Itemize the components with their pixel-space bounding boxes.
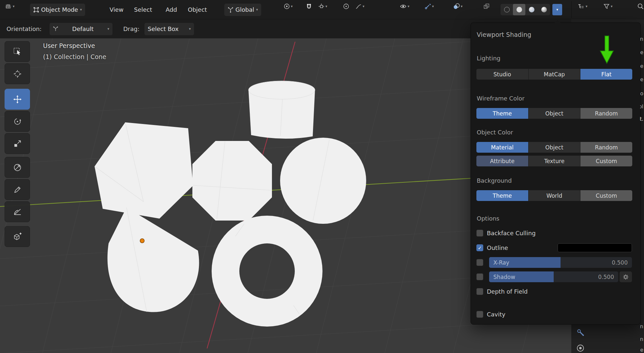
wireframe-theme-button[interactable]: Theme <box>476 108 528 119</box>
chevron-down-icon: ▾ <box>256 8 258 11</box>
color-random-button[interactable]: Random <box>580 142 632 153</box>
outline-color-swatch[interactable] <box>558 243 632 252</box>
wireframe-color-section-label: Wireframe Color <box>477 95 525 102</box>
menu-view[interactable]: View <box>108 0 126 19</box>
pivot-point-dropdown[interactable]: ▾ <box>282 0 294 12</box>
color-custom-button[interactable]: Custom <box>580 156 632 166</box>
blender-window: User Perspective (1) Collection | Cone <box>0 0 644 353</box>
lighting-flat-button[interactable]: Flat <box>580 69 632 80</box>
shadow-settings-button[interactable] <box>620 271 632 282</box>
depth-of-field-checkbox[interactable] <box>476 288 483 295</box>
visibility-dropdown[interactable]: ▾ <box>398 0 411 12</box>
overlays-dropdown[interactable]: ▾ <box>452 0 464 12</box>
default-orientation-dropdown[interactable]: Default ▾ <box>50 23 112 35</box>
xray-value: 0.500 <box>612 259 628 266</box>
color-texture-button[interactable]: Texture <box>529 156 580 166</box>
gear-icon <box>623 274 629 280</box>
shading-solid-button[interactable] <box>513 4 525 15</box>
snap-with-dropdown[interactable]: ▾ <box>317 0 329 12</box>
object-color-section-label: Object Color <box>477 129 513 136</box>
shading-options-dropdown[interactable]: ▾ <box>552 4 562 15</box>
render-camera-icon <box>576 344 585 353</box>
background-section-label: Background <box>477 177 512 184</box>
background-world-button[interactable]: World <box>529 190 580 201</box>
shadow-slider[interactable]: Shadow 0.500 <box>489 271 618 282</box>
cavity-row: Cavity <box>476 310 505 319</box>
add-cube-tool-button[interactable] <box>5 226 30 247</box>
wireframe-object-button[interactable]: Object <box>529 108 580 119</box>
cavity-checkbox[interactable] <box>476 311 483 318</box>
background-custom-button[interactable]: Custom <box>580 190 632 201</box>
xray-icon <box>483 3 490 9</box>
chevron-down-icon: ▾ <box>586 5 588 8</box>
scale-tool-button[interactable] <box>5 133 30 154</box>
magnet-icon <box>306 3 312 9</box>
mode-selector[interactable]: Object Mode ▾ <box>30 4 85 16</box>
outliner-search[interactable] <box>636 0 644 12</box>
shading-rendered-button[interactable] <box>538 4 550 15</box>
shading-wireframe-button[interactable] <box>501 4 513 15</box>
drag-dropdown-value: Select Box <box>148 25 179 32</box>
transform-tool-button[interactable] <box>5 157 30 178</box>
color-object-button[interactable]: Object <box>529 142 580 153</box>
lighting-matcap-button[interactable]: MatCap <box>529 69 580 80</box>
xray-checkbox[interactable] <box>476 259 483 266</box>
proportional-editing-toggle[interactable] <box>342 0 351 12</box>
proportional-falloff-dropdown[interactable]: ▾ <box>354 0 366 12</box>
transform-orientation-dropdown[interactable]: Global ▾ <box>224 4 261 16</box>
backface-culling-checkbox[interactable] <box>476 230 483 237</box>
check-icon: ✓ <box>478 245 482 251</box>
outliner-display-dropdown[interactable]: ▾ <box>577 0 589 12</box>
chevron-down-icon: ▾ <box>363 5 365 8</box>
tool-tab-icon <box>576 328 585 337</box>
octagon-object[interactable] <box>192 141 272 221</box>
shadow-checkbox[interactable] <box>476 273 483 280</box>
background-theme-button[interactable]: Theme <box>476 190 528 201</box>
snap-target-icon <box>318 3 324 9</box>
outliner-item-fragment: le <box>640 347 643 353</box>
outliner-item-fragment: on <box>640 337 643 342</box>
annotate-tool-button[interactable] <box>5 179 30 200</box>
wireframe-random-button[interactable]: Random <box>580 108 632 119</box>
cursor-tool-button[interactable] <box>5 63 30 84</box>
tweak-tool-button[interactable] <box>5 41 30 62</box>
color-material-button[interactable]: Material <box>476 142 528 153</box>
color-attribute-button[interactable]: Attribute <box>476 156 528 166</box>
xray-toggle[interactable] <box>482 0 491 12</box>
outline-checkbox[interactable]: ✓ <box>476 244 483 251</box>
chevron-down-icon: ▾ <box>461 5 463 8</box>
lighting-studio-button[interactable]: Studio <box>476 69 528 80</box>
viewport-header: ▾ Object Mode ▾ View Select Add Object G… <box>0 0 644 19</box>
annotation-arrow-down <box>599 35 614 65</box>
properties-tab-tool[interactable] <box>576 328 585 338</box>
sphere-object[interactable] <box>280 138 366 224</box>
measure-tool-button[interactable] <box>5 201 30 222</box>
snap-toggle[interactable] <box>305 0 313 12</box>
chevron-down-icon: ▾ <box>556 8 558 11</box>
move-tool-button[interactable] <box>5 89 30 110</box>
mode-selector-group: Object Mode ▾ <box>30 0 85 19</box>
gizmos-dropdown[interactable]: ▾ <box>423 0 435 12</box>
backface-culling-row: Backface Culling <box>476 229 536 238</box>
scale-icon <box>13 139 22 148</box>
properties-tab-render[interactable] <box>576 344 585 353</box>
select-box-dropdown[interactable]: Select Box ▾ <box>144 23 194 35</box>
viewport-shading-popover: Viewport Shading Lighting Studio MatCap … <box>471 23 641 325</box>
outliner-filter-dropdown[interactable]: ▾ <box>602 0 614 12</box>
rendered-sphere-icon <box>541 7 547 12</box>
outliner-item-fragment: n <box>640 324 643 329</box>
object-mode-icon <box>33 7 39 13</box>
menu-object[interactable]: Object <box>186 0 209 19</box>
orientation-dropdown-group: Default ▾ <box>50 19 112 38</box>
cylinder-top-face[interactable] <box>248 81 315 99</box>
menu-add[interactable]: Add <box>164 0 179 19</box>
shading-material-button[interactable] <box>525 4 538 15</box>
object-origin-dot <box>140 239 144 243</box>
editor-type-button[interactable]: ▾ <box>3 0 16 12</box>
rotate-tool-button[interactable] <box>5 111 30 132</box>
xray-slider[interactable]: X-Ray 0.500 <box>489 257 632 268</box>
depth-of-field-label: Depth of Field <box>487 288 528 295</box>
menu-select[interactable]: Select <box>132 0 154 19</box>
falloff-curve-icon <box>355 4 362 9</box>
lighting-segment: Studio MatCap Flat <box>476 69 632 80</box>
